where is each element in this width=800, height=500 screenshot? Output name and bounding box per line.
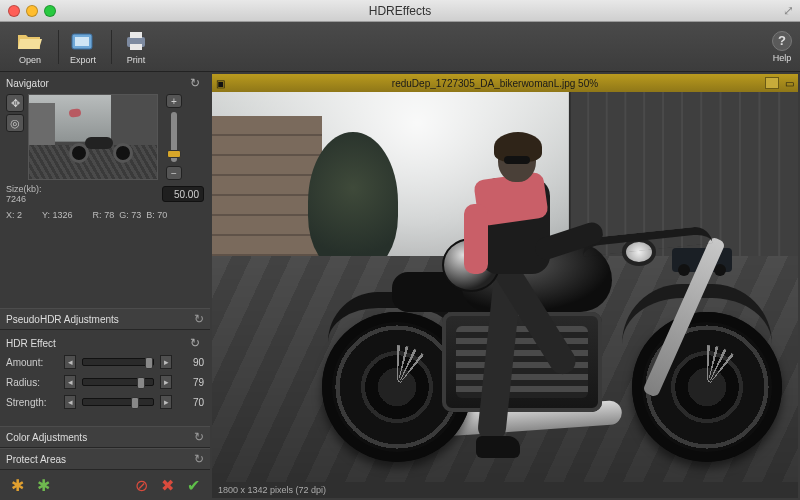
navigator-thumbnail[interactable]: [28, 94, 158, 180]
nav-hand-tool[interactable]: ✥: [6, 94, 24, 112]
amount-row: Amount: ◂ ▸ 90: [0, 352, 210, 372]
coord-r-label: R:: [93, 210, 102, 220]
document-dimensions: 1800 x 1342 pixels (72 dpi): [218, 485, 326, 495]
svg-rect-1: [75, 37, 89, 46]
strength-row: Strength: ◂ ▸ 70: [0, 392, 210, 412]
open-button[interactable]: Open: [8, 29, 52, 65]
radius-increment[interactable]: ▸: [160, 375, 172, 389]
amount-slider[interactable]: [82, 358, 154, 366]
coord-g-value: 73: [131, 210, 141, 220]
navigator-reset-icon[interactable]: ↻: [190, 76, 204, 90]
protect-areas-title: Protect Areas: [6, 454, 66, 465]
zoom-out-button[interactable]: −: [166, 166, 182, 180]
print-label: Print: [127, 55, 146, 65]
radius-slider[interactable]: [82, 378, 154, 386]
amount-label: Amount:: [6, 357, 58, 368]
main-toolbar: Open Export Print ? Help: [0, 22, 800, 72]
document-title: reduDep_1727305_DA_bikerwomanL.jpg 50%: [231, 78, 759, 89]
svg-rect-3: [130, 32, 142, 38]
coord-b-label: B:: [146, 210, 155, 220]
navigator-title: Navigator: [6, 78, 49, 89]
amount-decrement[interactable]: ◂: [64, 355, 76, 369]
color-adjustments-title: Color Adjustments: [6, 432, 87, 443]
folder-open-icon: [16, 29, 44, 53]
nav-fit-tool[interactable]: ◎: [6, 114, 24, 132]
canvas-area: ▣ reduDep_1727305_DA_bikerwomanL.jpg 50%…: [210, 72, 800, 500]
strength-increment[interactable]: ▸: [160, 395, 172, 409]
reset-icon[interactable]: ↻: [194, 430, 204, 444]
apply-icon[interactable]: ✔: [184, 476, 202, 494]
zoom-value-input[interactable]: [162, 186, 204, 202]
help-label: Help: [773, 53, 792, 63]
action-row: ✱ ✱ ⊘ ✖ ✔: [0, 470, 210, 500]
toolbar-separator: [58, 30, 59, 64]
reset-icon[interactable]: ↻: [194, 452, 204, 466]
document-statusbar: 1800 x 1342 pixels (72 dpi): [212, 482, 798, 498]
zoom-slider[interactable]: [171, 112, 177, 162]
strength-value: 70: [178, 397, 204, 408]
print-button[interactable]: Print: [114, 29, 158, 65]
radius-row: Radius: ◂ ▸ 79: [0, 372, 210, 392]
size-label: Size(kb):: [6, 184, 42, 194]
coord-r-value: 78: [104, 210, 114, 220]
help-button[interactable]: ? Help: [772, 31, 792, 63]
document-titlebar[interactable]: ▣ reduDep_1727305_DA_bikerwomanL.jpg 50%…: [212, 74, 798, 92]
open-label: Open: [19, 55, 41, 65]
pseudohdr-section-header[interactable]: PseudoHDR Adjustments ↻: [0, 308, 210, 330]
window-title: HDREffects: [0, 4, 800, 18]
radius-decrement[interactable]: ◂: [64, 375, 76, 389]
strength-decrement[interactable]: ◂: [64, 395, 76, 409]
coord-x-label: X:: [6, 210, 15, 220]
export-icon: [69, 29, 97, 53]
printer-icon: [122, 29, 150, 53]
strength-label: Strength:: [6, 397, 58, 408]
document-minimize-button[interactable]: [765, 77, 779, 89]
reset-icon[interactable]: ↻: [194, 312, 204, 326]
toolbar-separator: [111, 30, 112, 64]
color-adjustments-header[interactable]: Color Adjustments ↻: [0, 426, 210, 448]
hdr-effect-reset-icon[interactable]: ↻: [190, 336, 204, 350]
amount-value: 90: [178, 357, 204, 368]
coord-y-value: 1326: [53, 210, 73, 220]
coord-b-value: 70: [157, 210, 167, 220]
image-canvas[interactable]: [212, 92, 798, 482]
help-icon: ?: [772, 31, 792, 51]
coord-y-label: Y:: [42, 210, 50, 220]
hdr-effect-title: HDR Effect: [6, 338, 56, 349]
window-titlebar: HDREffects ⤢: [0, 0, 800, 22]
strength-slider[interactable]: [82, 398, 154, 406]
cancel-icon[interactable]: ⊘: [132, 476, 150, 494]
document-maximize-button[interactable]: ▭: [785, 78, 794, 89]
export-label: Export: [70, 55, 96, 65]
close-icon[interactable]: ✖: [158, 476, 176, 494]
window-resize-icon: ⤢: [783, 3, 794, 18]
pseudohdr-title: PseudoHDR Adjustments: [6, 314, 119, 325]
amount-increment[interactable]: ▸: [160, 355, 172, 369]
protect-areas-header[interactable]: Protect Areas ↻: [0, 448, 210, 470]
radius-value: 79: [178, 377, 204, 388]
coord-g-label: G:: [119, 210, 129, 220]
radius-label: Radius:: [6, 377, 58, 388]
gear-orange-icon[interactable]: ✱: [8, 476, 26, 494]
gear-green-icon[interactable]: ✱: [34, 476, 52, 494]
zoom-in-button[interactable]: +: [166, 94, 182, 108]
export-button[interactable]: Export: [61, 29, 105, 65]
coord-x-value: 2: [17, 210, 22, 220]
left-sidebar: Navigator ↻ ✥ ◎ + − Size(kb): 7246: [0, 72, 210, 500]
svg-rect-4: [130, 44, 142, 50]
document-app-icon: ▣: [216, 78, 225, 89]
size-value: 7246: [6, 194, 42, 204]
